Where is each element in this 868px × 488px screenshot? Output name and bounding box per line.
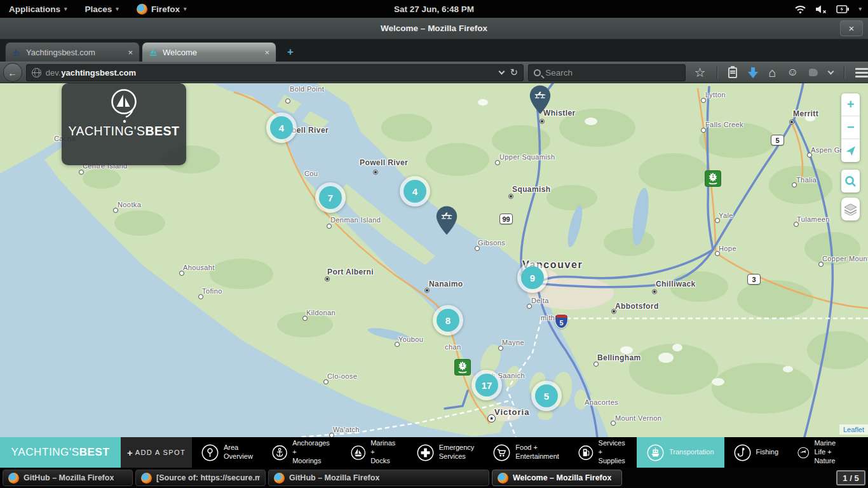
bookmark-star-icon[interactable]: ☆ <box>695 65 706 80</box>
map-label: Squamish <box>512 185 551 194</box>
addon-chevron-icon[interactable] <box>828 69 834 75</box>
add-a-spot-button[interactable]: + ADD A SPOT <box>121 437 192 468</box>
home-icon[interactable]: ⌂ <box>769 65 776 80</box>
map-search-button[interactable] <box>841 170 860 193</box>
window-titlebar[interactable]: Welcome – Mozilla Firefox × <box>0 18 868 39</box>
zoom-out-button[interactable]: − <box>841 116 860 139</box>
map-label: Kildonan <box>306 309 336 316</box>
map-cluster-marker[interactable]: 7 <box>315 182 346 213</box>
nav-item-label: EmergencyServices <box>439 444 475 461</box>
nav-item-marinas-docks[interactable]: Marinas +Docks <box>341 437 407 468</box>
tab-title: Yachtingsbest.com <box>26 48 95 57</box>
menu-hamburger-icon[interactable] <box>855 68 868 78</box>
map-label: Denman Island <box>330 216 381 224</box>
taskbar-window-title: Welcome – Mozilla Firefox <box>513 473 611 482</box>
tab-bar: Yachtingsbest.com×Welcome× + <box>0 39 868 62</box>
layers-control <box>841 198 860 220</box>
town-dot <box>508 194 513 199</box>
nav-item-anchorages-moorings[interactable]: Anchorages +Moorings <box>262 437 341 468</box>
town-dot <box>327 224 332 229</box>
map-cluster-marker[interactable]: 8 <box>433 305 463 336</box>
map-label: Ahousaht <box>183 264 215 271</box>
map-label: Chilliwack <box>656 280 696 288</box>
applications-menu[interactable]: Applications ▾ <box>0 0 76 18</box>
taskbar-window-title: GitHub – Mozilla Firefox <box>289 473 379 482</box>
leaflet-attribution[interactable]: Leaflet <box>839 424 868 435</box>
tab-active[interactable]: Welcome× <box>142 42 276 62</box>
download-icon[interactable] <box>748 67 758 78</box>
search-bar[interactable] <box>528 64 685 81</box>
nav-item-label: Fishing <box>756 448 778 457</box>
taskbar-window-button[interactable]: GitHub – Mozilla Firefox <box>3 470 133 486</box>
places-menu[interactable]: Places ▾ <box>76 0 128 18</box>
nav-item-label: Anchorages +Moorings <box>292 439 331 465</box>
nav-item-marine-life-nature[interactable]: Marine Life +Nature <box>788 437 851 468</box>
workspace-indicator[interactable]: 1 / 5 <box>836 470 865 485</box>
system-tray[interactable]: ▾ <box>794 0 862 18</box>
map-cluster-marker[interactable]: 17 <box>471 370 502 400</box>
tab-close-icon[interactable]: × <box>128 48 133 57</box>
zoom-in-button[interactable]: + <box>841 93 860 116</box>
addon-icon[interactable] <box>809 69 818 76</box>
nav-item-label: Transportation <box>669 448 714 457</box>
map-label: Wa'atch <box>333 426 360 433</box>
map-cluster-marker[interactable]: 4 <box>400 176 430 207</box>
search-icon <box>844 175 857 187</box>
firefox-appmenu[interactable]: Firefox ▾ <box>128 0 196 18</box>
cluster-count: 4 <box>403 180 426 203</box>
tab-close-icon[interactable]: × <box>264 48 269 57</box>
map-canvas[interactable]: Bold PointCachabell RiverPowell RiverUpp… <box>0 83 868 437</box>
tab-inactive[interactable]: Yachtingsbest.com× <box>5 42 140 62</box>
nav-item-label: AreaOverview <box>224 444 253 461</box>
seaplane-pin-marker[interactable] <box>529 85 551 117</box>
window-close-button[interactable]: × <box>840 20 863 36</box>
url-bar[interactable]: dev. yachtingsbest.com ↻ <box>26 64 524 81</box>
trans-canada-route-marker: 1 <box>705 170 721 189</box>
nav-item-transportation[interactable]: Transportation <box>637 437 724 468</box>
caret-down-icon: ▾ <box>64 6 67 12</box>
layers-button[interactable] <box>841 198 860 220</box>
nav-item-fishing[interactable]: Fishing <box>724 437 788 468</box>
taskbar-window-button[interactable]: Welcome – Mozilla Firefox <box>492 470 622 486</box>
caret-down-icon: ▾ <box>184 6 187 12</box>
town-dot <box>495 160 500 165</box>
map-cluster-marker[interactable]: 9 <box>517 262 548 293</box>
new-tab-button[interactable]: + <box>282 44 299 60</box>
search-input[interactable] <box>545 68 672 78</box>
town-dot <box>701 128 706 133</box>
map-cluster-marker[interactable]: 4 <box>266 112 297 143</box>
nav-item-emergency-services[interactable]: EmergencyServices <box>407 437 484 468</box>
map-label: mith <box>541 314 555 322</box>
url-prefix: dev. <box>46 68 61 78</box>
plus-icon: + <box>127 447 133 458</box>
nav-item-services-supplies[interactable]: Services +Supplies <box>569 437 637 468</box>
town-dot <box>652 289 657 294</box>
taskbar-window-button[interactable]: GitHub – Mozilla Firefox <box>268 470 489 486</box>
logo-wordmark: YACHTING'SBEST <box>68 124 179 139</box>
clipboard-icon[interactable] <box>728 67 737 78</box>
locate-button[interactable] <box>841 139 860 162</box>
nav-item-area-overview[interactable]: AreaOverview <box>192 437 262 468</box>
globe-icon <box>32 68 41 78</box>
map-label: Cou <box>304 170 318 177</box>
seaplane-pin-marker[interactable] <box>436 206 458 238</box>
reload-icon[interactable]: ↻ <box>510 67 519 78</box>
map-label: Thalia <box>796 176 817 184</box>
town-dot <box>424 288 430 293</box>
taskbar: GitHub – Mozilla Firefox[Source of: http… <box>0 468 868 488</box>
nav-item-food-entertainment[interactable]: Food +Entertainment <box>484 437 568 468</box>
map-label: Tulameen <box>797 215 830 223</box>
town-dot <box>329 433 334 437</box>
volume-muted-icon <box>815 4 827 14</box>
town-dot <box>373 170 378 175</box>
map-cluster-marker[interactable]: 5 <box>531 381 562 411</box>
map-label: Upper Squamish <box>499 153 555 161</box>
back-button[interactable]: ← <box>3 63 22 82</box>
feedback-smiley-icon[interactable]: ☺ <box>787 66 798 79</box>
town-dot <box>807 152 812 158</box>
ferry-icon <box>647 444 664 461</box>
url-dropdown-chevron-icon[interactable] <box>498 69 505 75</box>
map-label: Youbou <box>398 336 423 343</box>
map-label: Lytton <box>705 91 726 98</box>
taskbar-window-button[interactable]: [Source of: https://secure.meetup.... <box>135 470 266 486</box>
